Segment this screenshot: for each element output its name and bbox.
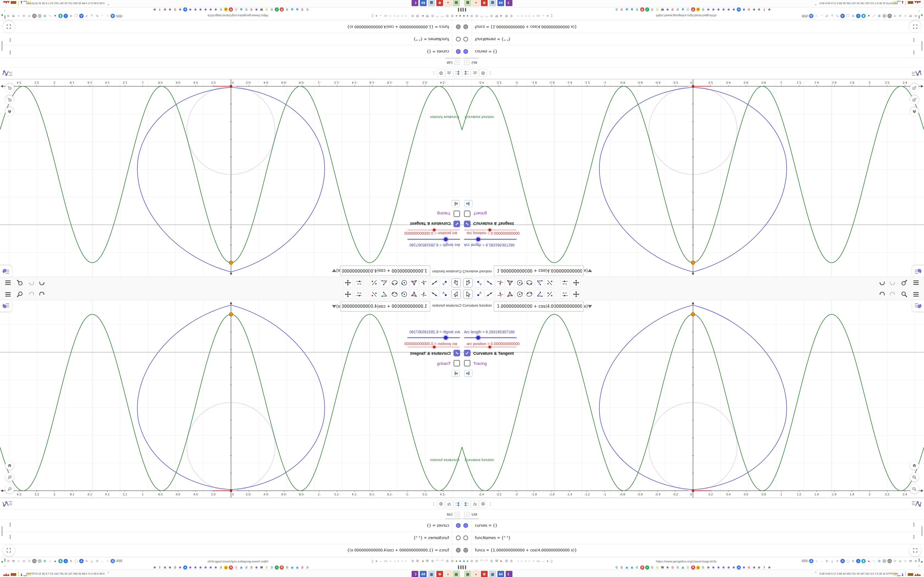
toolbar-extension-icon[interactable]: ⊕ xyxy=(510,559,513,563)
home-button[interactable] xyxy=(910,461,919,470)
tool-point-button[interactable]: A xyxy=(475,290,484,299)
toolbar-extension-icon[interactable]: ◠ xyxy=(436,559,439,563)
toolbar-extension-icon[interactable]: ∘ xyxy=(517,14,519,18)
toolbar-extension-icon[interactable]: ∘ xyxy=(405,14,407,18)
graph-view[interactable]: -2.4-2.2-2-1.8-1.6-1.4-1.2-1-0.8-0.6-0.4… xyxy=(462,300,924,498)
bookmark-favicon[interactable]: G xyxy=(270,566,274,570)
toolbar-extension-icon[interactable]: ● xyxy=(500,559,502,563)
bookmark-favicon[interactable]: G xyxy=(219,566,223,570)
algebra-row-text[interactable]: curves = {} xyxy=(475,523,498,527)
tree-view-button[interactable] xyxy=(454,500,462,508)
browser-extension-icon[interactable]: A xyxy=(809,14,813,18)
tool-perpendicular-line-button[interactable] xyxy=(419,290,428,299)
bookmark-favicon[interactable]: f xyxy=(762,566,766,570)
bookmark-favicon[interactable]: G xyxy=(244,566,248,570)
algebra-settings-button[interactable]: ⚙ xyxy=(479,69,487,77)
browser-extension-icon[interactable]: A xyxy=(79,14,84,18)
browser-menu-kebab[interactable]: ••• xyxy=(5,559,5,562)
graph-view[interactable]: -2.4-2.2-2-1.8-1.6-1.4-1.2-1-0.8-0.6-0.4… xyxy=(0,79,462,277)
bookmark-favicon[interactable]: ✺ xyxy=(752,7,756,11)
visibility-toggle-3[interactable] xyxy=(464,548,468,553)
menu-button[interactable] xyxy=(913,291,919,298)
undo-button[interactable] xyxy=(38,291,45,298)
tool-angle-button[interactable]: α xyxy=(535,278,544,287)
toolbar-extension-icon[interactable]: ∘ xyxy=(525,559,527,563)
browser-extension-icon[interactable]: ❈ xyxy=(903,559,908,563)
tracing-checkbox[interactable] xyxy=(454,211,460,217)
row-kebab-menu[interactable]: ••• xyxy=(9,50,11,55)
bookmark-favicon[interactable]: G xyxy=(676,7,680,11)
tool-line-button[interactable] xyxy=(485,278,494,287)
algebra-row-text[interactable]: funcNames = {" "} xyxy=(414,37,449,42)
algebra-stylebar-button[interactable] xyxy=(2,68,12,77)
bookmark-favicon[interactable]: ✺ xyxy=(767,7,771,11)
tray-chevron[interactable]: ^ xyxy=(815,2,816,5)
algebra-stylebar-button[interactable] xyxy=(2,500,12,509)
step-animation-button[interactable]: ▶▍ xyxy=(464,370,472,377)
row-kebab-menu[interactable]: ••• xyxy=(913,522,915,527)
tool-ellipse-button[interactable] xyxy=(525,290,534,299)
browser-extension-icon[interactable]: ⛨ xyxy=(27,559,31,563)
visibility-toggle-3[interactable] xyxy=(456,24,460,29)
bookmark-favicon[interactable]: ✺ xyxy=(254,7,258,11)
bookmark-favicon[interactable]: G xyxy=(676,566,680,570)
toolbar-extension-icon[interactable]: ⚙ xyxy=(416,14,419,18)
bookmark-favicon[interactable]: G xyxy=(219,7,223,11)
arc-length-slider-handle[interactable] xyxy=(476,237,480,241)
tool-reflect-button[interactable] xyxy=(545,278,554,287)
algebra-stylebar-button[interactable] xyxy=(912,68,922,77)
bookmark-favicon[interactable]: ◉ xyxy=(290,7,294,11)
visibility-toggle-3[interactable] xyxy=(456,548,460,553)
fx-button[interactable]: fx xyxy=(471,500,479,508)
bookmark-favicon[interactable]: ✺ xyxy=(209,566,213,570)
browser-extension-icon[interactable]: ⚙ xyxy=(914,559,918,563)
toolbar-extension-icon[interactable]: ♦ xyxy=(375,559,377,563)
algebra-settings-button[interactable]: ⚙ xyxy=(479,500,487,508)
taskbar-app-icon[interactable]: ☾ xyxy=(506,571,513,577)
browser-extension-icon[interactable]: U xyxy=(32,14,37,18)
toolbar-extension-icon[interactable]: ◠ xyxy=(441,14,444,18)
toolbar-extension-icon[interactable]: ▯ xyxy=(372,559,373,563)
bookmark-favicon[interactable]: ✺ xyxy=(711,7,716,11)
visibility-toggle-2[interactable] xyxy=(456,37,460,42)
tool-slider-button[interactable]: a=2 xyxy=(354,290,363,299)
browser-extension-icon[interactable]: ☆ xyxy=(105,14,110,18)
bookmark-favicon[interactable]: ◉ xyxy=(625,566,629,570)
tree-view-button[interactable] xyxy=(462,69,470,77)
tool-slider-button[interactable]: a=2 xyxy=(561,290,570,299)
url-text[interactable]: https://www.geogebra.org/classic/aagcxh3… xyxy=(207,560,268,563)
bookmark-favicon[interactable]: ● xyxy=(737,566,741,570)
bookmark-favicon[interactable]: ✺ xyxy=(214,566,218,570)
arc-length-slider-handle[interactable] xyxy=(444,336,448,340)
browser-extension-icon[interactable]: D xyxy=(37,14,42,18)
graph-view[interactable]: -2.4-2.2-2-1.8-1.6-1.4-1.2-1-0.8-0.6-0.4… xyxy=(0,300,462,498)
bookmark-favicon[interactable]: G xyxy=(655,7,659,11)
tool-move-button[interactable] xyxy=(464,278,472,287)
taskbar-app-icon[interactable]: ⚙ xyxy=(436,0,443,6)
bookmark-favicon[interactable]: Я xyxy=(229,566,233,570)
bookmark-favicon[interactable]: G xyxy=(620,7,624,11)
zoom-in-button[interactable] xyxy=(5,95,14,104)
tool-move-view-button[interactable] xyxy=(344,290,352,299)
arc-position-slider-handle[interactable] xyxy=(488,346,491,348)
arc-length-slider-handle[interactable] xyxy=(476,336,480,340)
browser-menu-kebab[interactable]: ••• xyxy=(919,15,919,18)
bookmark-favicon[interactable]: ✺ xyxy=(732,566,736,570)
algebra-kebab-button[interactable]: ⋮ xyxy=(429,500,437,508)
url-text[interactable]: https://www.geogebra.org/classic/aagcxh3… xyxy=(656,14,717,17)
bookmark-favicon[interactable]: ⚙ xyxy=(163,566,167,570)
tool-move-button[interactable] xyxy=(452,278,460,287)
bookmark-favicon[interactable]: ✺ xyxy=(716,566,720,570)
bookmark-favicon[interactable]: ✺ xyxy=(711,566,716,570)
toolbar-extension-icon[interactable]: ○ xyxy=(394,559,396,563)
algebra-scrollbar[interactable] xyxy=(921,526,922,536)
browser-extension-icon[interactable]: → xyxy=(819,559,824,563)
bookmark-favicon[interactable]: W xyxy=(260,7,264,11)
search-button[interactable] xyxy=(901,291,908,298)
bookmark-favicon[interactable]: G xyxy=(701,7,705,11)
bookmark-favicon[interactable]: ✺ xyxy=(188,566,192,570)
bookmark-favicon[interactable]: i xyxy=(234,7,238,11)
curvature-tangent-checkbox[interactable]: ✓ xyxy=(454,221,460,227)
taskbar-app-icon[interactable]: ⚙ xyxy=(481,571,488,577)
tool-point-button[interactable]: A xyxy=(440,278,449,287)
